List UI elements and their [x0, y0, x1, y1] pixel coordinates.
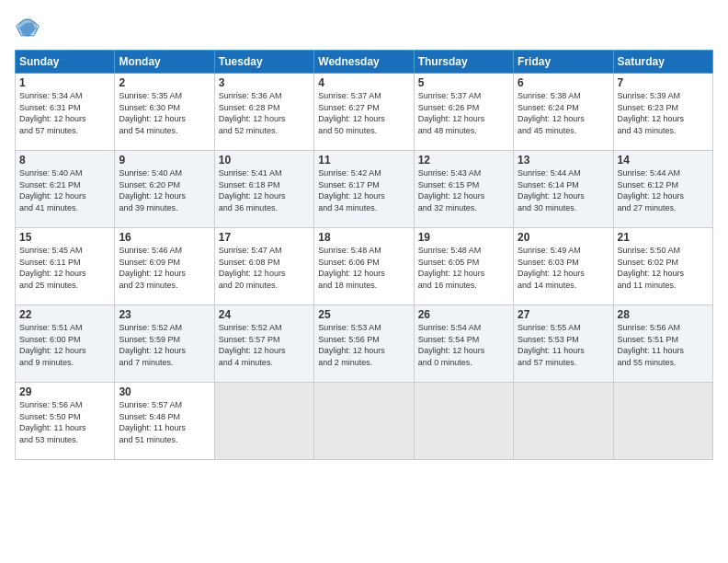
day-cell: 15Sunrise: 5:45 AM Sunset: 6:11 PM Dayli… — [16, 228, 115, 305]
day-number: 6 — [518, 76, 609, 89]
day-info: Sunrise: 5:39 AM Sunset: 6:23 PM Dayligh… — [618, 90, 709, 136]
day-cell: 26Sunrise: 5:54 AM Sunset: 5:54 PM Dayli… — [414, 305, 513, 383]
day-cell: 21Sunrise: 5:50 AM Sunset: 6:02 PM Dayli… — [613, 228, 712, 305]
day-number: 14 — [618, 154, 709, 167]
day-cell: 27Sunrise: 5:55 AM Sunset: 5:53 PM Dayli… — [514, 305, 613, 383]
day-number: 1 — [19, 76, 110, 89]
day-number: 25 — [318, 308, 409, 321]
day-number: 13 — [518, 154, 609, 167]
day-cell — [414, 383, 513, 460]
day-info: Sunrise: 5:45 AM Sunset: 6:11 PM Dayligh… — [19, 245, 110, 291]
col-header-sunday: Sunday — [16, 51, 115, 74]
day-cell: 3Sunrise: 5:36 AM Sunset: 6:28 PM Daylig… — [214, 74, 313, 151]
day-number: 23 — [119, 308, 210, 321]
page-header — [15, 15, 713, 40]
day-number: 17 — [219, 231, 310, 244]
day-info: Sunrise: 5:40 AM Sunset: 6:20 PM Dayligh… — [119, 167, 210, 213]
day-cell — [613, 383, 712, 460]
day-number: 21 — [618, 231, 709, 244]
day-cell: 20Sunrise: 5:49 AM Sunset: 6:03 PM Dayli… — [514, 228, 613, 305]
day-cell — [214, 383, 313, 460]
day-info: Sunrise: 5:37 AM Sunset: 6:27 PM Dayligh… — [318, 90, 409, 136]
col-header-wednesday: Wednesday — [314, 51, 414, 74]
day-number: 4 — [318, 76, 409, 89]
day-number: 18 — [318, 231, 409, 244]
day-cell: 14Sunrise: 5:44 AM Sunset: 6:12 PM Dayli… — [613, 151, 712, 228]
day-cell — [314, 383, 414, 460]
day-number: 19 — [418, 231, 509, 244]
day-info: Sunrise: 5:48 AM Sunset: 6:05 PM Dayligh… — [418, 245, 509, 291]
day-number: 11 — [318, 154, 409, 167]
day-number: 2 — [119, 76, 210, 89]
day-info: Sunrise: 5:48 AM Sunset: 6:06 PM Dayligh… — [318, 245, 409, 291]
day-number: 3 — [219, 76, 310, 89]
day-info: Sunrise: 5:53 AM Sunset: 5:56 PM Dayligh… — [318, 322, 409, 368]
week-row-1: 1Sunrise: 5:34 AM Sunset: 6:31 PM Daylig… — [16, 74, 713, 151]
day-number: 27 — [518, 308, 609, 321]
calendar-table: SundayMondayTuesdayWednesdayThursdayFrid… — [15, 50, 713, 460]
day-info: Sunrise: 5:52 AM Sunset: 5:57 PM Dayligh… — [219, 322, 310, 368]
week-row-3: 15Sunrise: 5:45 AM Sunset: 6:11 PM Dayli… — [16, 228, 713, 305]
day-number: 5 — [418, 76, 509, 89]
day-number: 12 — [418, 154, 509, 167]
day-cell: 22Sunrise: 5:51 AM Sunset: 6:00 PM Dayli… — [16, 305, 115, 383]
day-number: 29 — [19, 385, 110, 398]
day-info: Sunrise: 5:44 AM Sunset: 6:14 PM Dayligh… — [518, 167, 609, 213]
logo — [15, 15, 42, 40]
day-info: Sunrise: 5:57 AM Sunset: 5:48 PM Dayligh… — [119, 399, 210, 445]
day-cell: 24Sunrise: 5:52 AM Sunset: 5:57 PM Dayli… — [214, 305, 313, 383]
logo-icon — [15, 15, 40, 40]
day-cell: 30Sunrise: 5:57 AM Sunset: 5:48 PM Dayli… — [115, 383, 214, 460]
day-info: Sunrise: 5:37 AM Sunset: 6:26 PM Dayligh… — [418, 90, 509, 136]
day-cell: 1Sunrise: 5:34 AM Sunset: 6:31 PM Daylig… — [16, 74, 115, 151]
day-info: Sunrise: 5:56 AM Sunset: 5:51 PM Dayligh… — [618, 322, 709, 368]
day-cell: 25Sunrise: 5:53 AM Sunset: 5:56 PM Dayli… — [314, 305, 414, 383]
day-info: Sunrise: 5:41 AM Sunset: 6:18 PM Dayligh… — [219, 167, 310, 213]
day-number: 9 — [119, 154, 210, 167]
day-cell: 17Sunrise: 5:47 AM Sunset: 6:08 PM Dayli… — [214, 228, 313, 305]
day-info: Sunrise: 5:42 AM Sunset: 6:17 PM Dayligh… — [318, 167, 409, 213]
day-number: 10 — [219, 154, 310, 167]
day-cell: 13Sunrise: 5:44 AM Sunset: 6:14 PM Dayli… — [514, 151, 613, 228]
day-cell: 23Sunrise: 5:52 AM Sunset: 5:59 PM Dayli… — [115, 305, 214, 383]
day-cell: 19Sunrise: 5:48 AM Sunset: 6:05 PM Dayli… — [414, 228, 513, 305]
week-row-5: 29Sunrise: 5:56 AM Sunset: 5:50 PM Dayli… — [16, 383, 713, 460]
day-info: Sunrise: 5:40 AM Sunset: 6:21 PM Dayligh… — [19, 167, 110, 213]
header-row: SundayMondayTuesdayWednesdayThursdayFrid… — [16, 51, 713, 74]
day-info: Sunrise: 5:49 AM Sunset: 6:03 PM Dayligh… — [518, 245, 609, 291]
day-cell: 16Sunrise: 5:46 AM Sunset: 6:09 PM Dayli… — [115, 228, 214, 305]
day-info: Sunrise: 5:56 AM Sunset: 5:50 PM Dayligh… — [19, 399, 110, 445]
day-info: Sunrise: 5:52 AM Sunset: 5:59 PM Dayligh… — [119, 322, 210, 368]
day-number: 8 — [19, 154, 110, 167]
col-header-monday: Monday — [115, 51, 214, 74]
day-cell: 9Sunrise: 5:40 AM Sunset: 6:20 PM Daylig… — [115, 151, 214, 228]
col-header-friday: Friday — [514, 51, 613, 74]
day-cell: 12Sunrise: 5:43 AM Sunset: 6:15 PM Dayli… — [414, 151, 513, 228]
day-number: 20 — [518, 231, 609, 244]
day-cell — [514, 383, 613, 460]
day-cell: 8Sunrise: 5:40 AM Sunset: 6:21 PM Daylig… — [16, 151, 115, 228]
day-info: Sunrise: 5:34 AM Sunset: 6:31 PM Dayligh… — [19, 90, 110, 136]
day-number: 28 — [618, 308, 709, 321]
day-info: Sunrise: 5:51 AM Sunset: 6:00 PM Dayligh… — [19, 322, 110, 368]
day-cell: 28Sunrise: 5:56 AM Sunset: 5:51 PM Dayli… — [613, 305, 712, 383]
col-header-thursday: Thursday — [414, 51, 513, 74]
day-info: Sunrise: 5:38 AM Sunset: 6:24 PM Dayligh… — [518, 90, 609, 136]
day-cell: 29Sunrise: 5:56 AM Sunset: 5:50 PM Dayli… — [16, 383, 115, 460]
col-header-tuesday: Tuesday — [214, 51, 313, 74]
week-row-2: 8Sunrise: 5:40 AM Sunset: 6:21 PM Daylig… — [16, 151, 713, 228]
day-number: 24 — [219, 308, 310, 321]
day-info: Sunrise: 5:55 AM Sunset: 5:53 PM Dayligh… — [518, 322, 609, 368]
day-cell: 6Sunrise: 5:38 AM Sunset: 6:24 PM Daylig… — [514, 74, 613, 151]
day-cell: 18Sunrise: 5:48 AM Sunset: 6:06 PM Dayli… — [314, 228, 414, 305]
day-info: Sunrise: 5:54 AM Sunset: 5:54 PM Dayligh… — [418, 322, 509, 368]
day-info: Sunrise: 5:36 AM Sunset: 6:28 PM Dayligh… — [219, 90, 310, 136]
day-info: Sunrise: 5:43 AM Sunset: 6:15 PM Dayligh… — [418, 167, 509, 213]
day-info: Sunrise: 5:47 AM Sunset: 6:08 PM Dayligh… — [219, 245, 310, 291]
day-cell: 2Sunrise: 5:35 AM Sunset: 6:30 PM Daylig… — [115, 74, 214, 151]
day-cell: 4Sunrise: 5:37 AM Sunset: 6:27 PM Daylig… — [314, 74, 414, 151]
day-number: 26 — [418, 308, 509, 321]
col-header-saturday: Saturday — [613, 51, 712, 74]
day-number: 15 — [19, 231, 110, 244]
day-number: 16 — [119, 231, 210, 244]
